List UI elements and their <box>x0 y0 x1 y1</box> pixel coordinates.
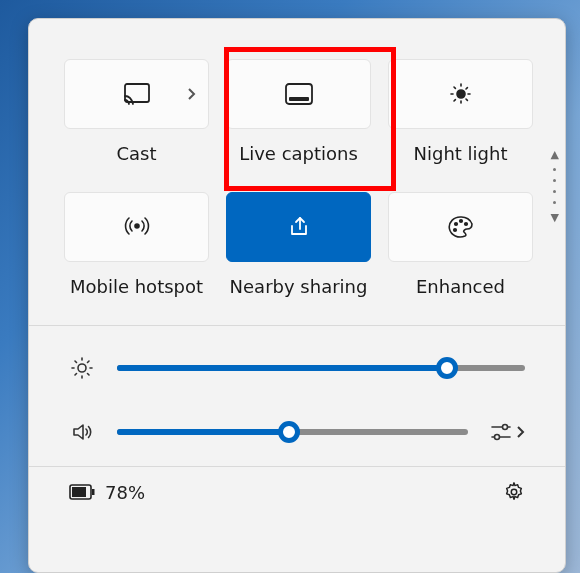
svg-point-12 <box>135 224 139 228</box>
brightness-slider[interactable] <box>117 365 525 371</box>
quick-settings-panel: Cast Live captions <box>28 18 566 573</box>
svg-line-26 <box>88 361 90 363</box>
tile-mobile-hotspot: Mobile hotspot <box>64 192 209 297</box>
enhanced-button[interactable] <box>388 192 533 262</box>
cast-icon <box>124 83 150 105</box>
volume-icon <box>69 420 95 444</box>
chevron-right-icon <box>187 87 196 101</box>
nearby-sharing-label: Nearby sharing <box>230 276 368 297</box>
nearby-sharing-button[interactable] <box>226 192 371 262</box>
svg-line-24 <box>88 374 90 376</box>
mobile-hotspot-label: Mobile hotspot <box>70 276 203 297</box>
cast-label: Cast <box>116 143 156 164</box>
scroll-up-icon: ▲ <box>551 149 559 160</box>
svg-point-14 <box>454 223 457 226</box>
sliders-area <box>29 326 565 466</box>
mobile-hotspot-button[interactable] <box>64 192 209 262</box>
svg-line-9 <box>466 99 468 101</box>
svg-point-30 <box>495 435 500 440</box>
battery-text[interactable]: 78% <box>105 482 145 503</box>
enhanced-label: Enhanced <box>416 276 505 297</box>
svg-line-11 <box>466 87 468 89</box>
chevron-right-icon <box>516 425 525 439</box>
svg-point-34 <box>511 489 517 495</box>
night-light-icon <box>449 82 473 106</box>
svg-line-8 <box>454 87 456 89</box>
live-captions-button[interactable] <box>226 59 371 129</box>
svg-rect-32 <box>92 489 95 495</box>
svg-point-3 <box>457 90 465 98</box>
battery-icon[interactable] <box>69 484 95 500</box>
hotspot-icon <box>124 215 150 239</box>
night-light-button[interactable] <box>388 59 533 129</box>
settings-icon[interactable] <box>503 481 525 503</box>
tiles-area: Cast Live captions <box>29 19 565 325</box>
brightness-icon <box>69 356 95 380</box>
audio-output-button[interactable] <box>490 422 525 442</box>
volume-row <box>69 420 525 444</box>
svg-rect-0 <box>125 84 149 102</box>
captions-icon <box>285 83 313 105</box>
volume-slider[interactable] <box>117 429 468 435</box>
brightness-row <box>69 356 525 380</box>
tile-cast: Cast <box>64 59 209 164</box>
svg-rect-2 <box>289 97 309 101</box>
footer: 78% <box>29 467 565 503</box>
palette-icon <box>448 215 474 239</box>
svg-rect-33 <box>72 487 86 497</box>
brightness-thumb[interactable] <box>436 357 458 379</box>
volume-thumb[interactable] <box>278 421 300 443</box>
cast-button[interactable] <box>64 59 209 129</box>
scroll-down-icon: ▼ <box>551 212 559 223</box>
live-captions-label: Live captions <box>239 143 358 164</box>
tile-grid: Cast Live captions <box>64 59 530 297</box>
svg-point-16 <box>464 223 467 226</box>
tile-live-captions: Live captions <box>226 59 371 164</box>
scroll-indicator[interactable]: ▲ ▼ <box>551 149 559 223</box>
mixer-icon <box>490 422 512 442</box>
tile-nearby-sharing: Nearby sharing <box>226 192 371 297</box>
tile-enhanced: Enhanced <box>388 192 533 297</box>
svg-line-25 <box>75 374 77 376</box>
svg-point-15 <box>459 220 462 223</box>
svg-line-10 <box>454 99 456 101</box>
svg-point-29 <box>503 425 508 430</box>
tile-night-light: Night light <box>388 59 533 164</box>
svg-point-18 <box>78 364 86 372</box>
share-icon <box>287 215 311 239</box>
night-light-label: Night light <box>414 143 508 164</box>
svg-line-23 <box>75 361 77 363</box>
svg-point-17 <box>453 229 456 232</box>
